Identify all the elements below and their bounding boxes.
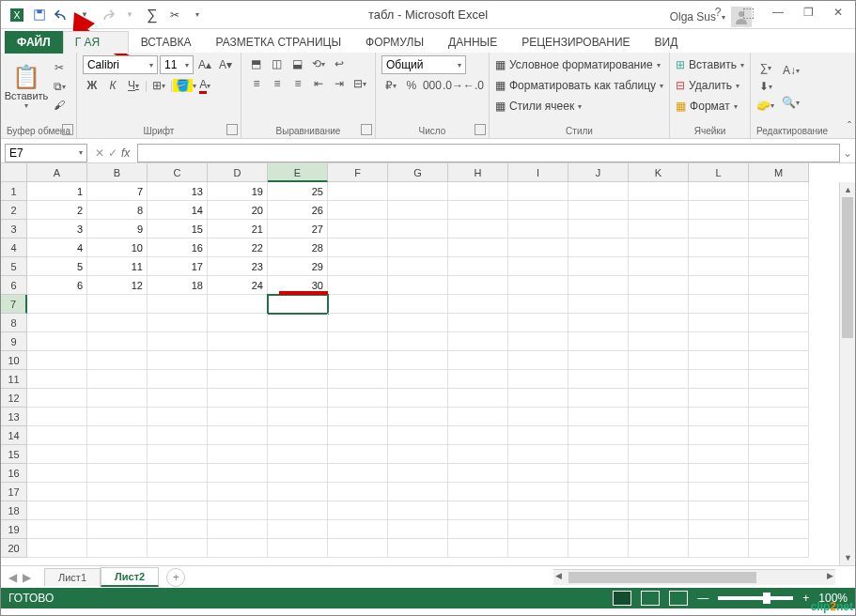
cell[interactable] [328, 426, 388, 445]
underline-button[interactable]: Ч▾ [124, 77, 143, 94]
row-header[interactable]: 1 [1, 182, 27, 201]
cell[interactable] [328, 182, 388, 201]
cell[interactable] [689, 464, 749, 483]
cell[interactable] [448, 220, 508, 239]
copy-button[interactable]: ⧉▾ [50, 78, 69, 95]
cell[interactable] [328, 370, 388, 389]
tab-formulas[interactable]: ФОРМУЛЫ [353, 31, 436, 54]
cell[interactable] [689, 220, 749, 239]
font-color-button[interactable]: A▾ [195, 77, 214, 94]
column-header[interactable]: I [508, 163, 568, 182]
cell[interactable] [629, 220, 689, 239]
cell[interactable] [508, 370, 568, 389]
cell[interactable] [268, 370, 328, 389]
cell[interactable] [268, 389, 328, 408]
cut-icon[interactable]: ✂ [164, 5, 185, 25]
cell[interactable] [568, 239, 629, 257]
align-left-icon[interactable]: ≡ [247, 75, 266, 92]
autosum-button[interactable]: ∑▾ [756, 59, 775, 76]
cell[interactable] [448, 276, 508, 295]
cell[interactable]: 21 [208, 220, 268, 239]
cell[interactable] [749, 370, 809, 389]
tab-insert[interactable]: ВСТАВКА [129, 31, 204, 54]
cell[interactable] [448, 539, 508, 558]
cell[interactable] [87, 483, 148, 501]
cell[interactable] [328, 239, 388, 257]
cell[interactable] [568, 351, 629, 370]
find-select-button[interactable]: 🔍▾ [779, 94, 803, 111]
cell[interactable]: 23 [208, 257, 268, 276]
cell[interactable] [689, 539, 749, 558]
cell[interactable] [328, 464, 388, 483]
cell[interactable] [268, 332, 328, 351]
column-header[interactable]: K [629, 163, 689, 182]
cell[interactable] [388, 351, 448, 370]
cell[interactable]: 8 [87, 201, 148, 220]
cell[interactable] [388, 220, 448, 239]
font-size-select[interactable]: 11▾ [160, 55, 194, 74]
align-middle-icon[interactable]: ◫ [268, 55, 287, 72]
merge-button[interactable]: ⊟▾ [350, 75, 369, 92]
cell[interactable]: 29 [268, 257, 328, 276]
cell[interactable] [148, 332, 208, 351]
cell[interactable] [328, 201, 388, 220]
cell[interactable] [508, 332, 568, 351]
cell[interactable] [388, 257, 448, 276]
cell[interactable] [87, 539, 148, 558]
cell[interactable] [87, 295, 148, 314]
cell[interactable] [629, 295, 689, 314]
cell[interactable] [388, 501, 448, 520]
dialog-launcher-icon[interactable] [226, 124, 238, 135]
format-painter-button[interactable]: 🖌 [50, 97, 69, 114]
cell[interactable] [148, 520, 208, 539]
cell[interactable] [568, 257, 629, 276]
cell[interactable] [27, 426, 87, 445]
cell[interactable] [568, 276, 629, 295]
cell[interactable] [388, 520, 448, 539]
column-header[interactable]: L [689, 163, 749, 182]
cell[interactable] [268, 539, 328, 558]
add-sheet-button[interactable]: + [166, 568, 185, 587]
cell[interactable] [629, 276, 689, 295]
cell[interactable] [448, 257, 508, 276]
cell[interactable] [689, 483, 749, 501]
dialog-launcher-icon[interactable] [361, 124, 372, 135]
cell[interactable] [629, 426, 689, 445]
cell[interactable] [749, 445, 809, 464]
select-all-corner[interactable] [1, 163, 27, 182]
row-header[interactable]: 11 [1, 370, 27, 389]
cell[interactable] [208, 520, 268, 539]
cell[interactable] [27, 445, 87, 464]
cell[interactable] [208, 389, 268, 408]
align-top-icon[interactable]: ⬒ [247, 55, 266, 72]
format-as-table-button[interactable]: ▦Форматировать как таблицу▾ [495, 76, 663, 95]
cell[interactable] [208, 464, 268, 483]
row-header[interactable]: 10 [1, 351, 27, 370]
cell[interactable] [629, 520, 689, 539]
cell[interactable] [148, 408, 208, 426]
scroll-thumb[interactable] [842, 197, 853, 338]
increase-font-icon[interactable]: A▴ [195, 56, 214, 73]
cell[interactable] [508, 408, 568, 426]
name-box[interactable]: E7▾ [5, 144, 87, 162]
scroll-down-icon[interactable]: ▼ [840, 550, 855, 565]
cell[interactable] [568, 539, 629, 558]
cell[interactable] [749, 257, 809, 276]
cell[interactable] [328, 314, 388, 332]
cell[interactable] [448, 332, 508, 351]
cell[interactable] [508, 276, 568, 295]
save-icon[interactable] [29, 5, 50, 25]
cell[interactable] [27, 483, 87, 501]
cell[interactable] [268, 295, 328, 314]
cell[interactable] [208, 314, 268, 332]
cell[interactable] [87, 426, 148, 445]
column-header[interactable]: A [27, 163, 87, 182]
cell[interactable] [388, 332, 448, 351]
decrease-font-icon[interactable]: A▾ [216, 56, 235, 73]
close-icon[interactable]: ✕ [825, 3, 851, 22]
tab-review[interactable]: РЕЦЕНЗИРОВАНИЕ [509, 31, 642, 54]
cell[interactable] [87, 445, 148, 464]
cell[interactable] [328, 408, 388, 426]
normal-view-icon[interactable] [613, 591, 631, 606]
align-bottom-icon[interactable]: ⬓ [288, 55, 307, 72]
